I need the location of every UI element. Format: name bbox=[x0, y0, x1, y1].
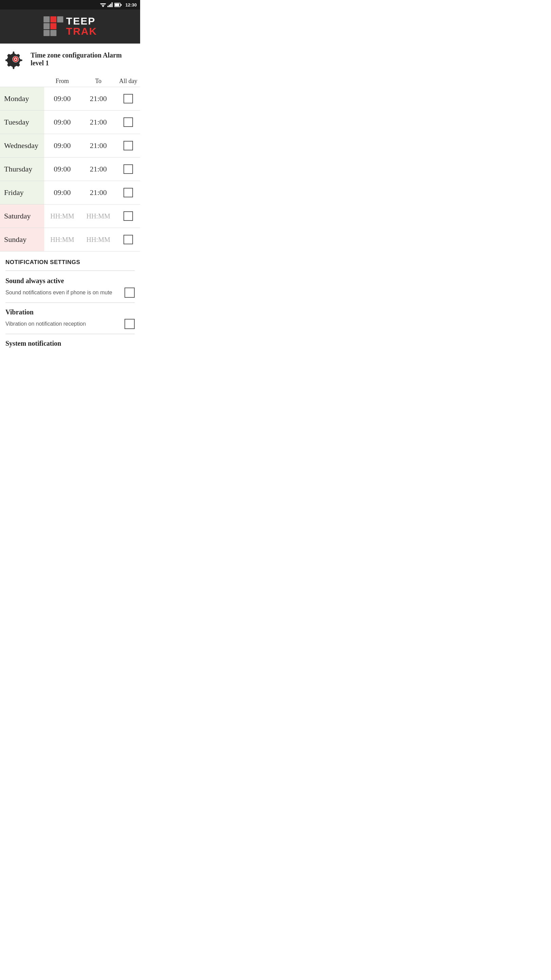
sunday-allday[interactable] bbox=[116, 235, 140, 244]
thursday-to[interactable]: 21:00 bbox=[80, 165, 116, 173]
vibration-desc: Vibration on notification reception bbox=[5, 320, 119, 328]
status-icons bbox=[100, 2, 122, 7]
svg-point-22 bbox=[14, 58, 17, 60]
friday-allday[interactable] bbox=[116, 188, 140, 197]
svg-rect-11 bbox=[50, 16, 56, 22]
monday-allday[interactable] bbox=[116, 94, 140, 103]
monday-checkbox[interactable] bbox=[124, 94, 133, 103]
table-header: From To All day bbox=[0, 75, 140, 87]
day-label-monday: Monday bbox=[0, 87, 44, 110]
sound-always-active-row: Sound notifications even if phone is on … bbox=[5, 288, 135, 302]
logo-trak: TRAK bbox=[66, 26, 97, 37]
settings-gear-icon bbox=[5, 48, 26, 70]
monday-from[interactable]: 09:00 bbox=[44, 94, 80, 103]
sunday-checkbox[interactable] bbox=[124, 235, 133, 244]
title-section: Time zone configuration Alarm level 1 bbox=[0, 43, 140, 75]
svg-rect-12 bbox=[57, 16, 63, 22]
svg-rect-3 bbox=[108, 6, 108, 7]
header-day-spacer bbox=[0, 78, 44, 85]
svg-rect-9 bbox=[114, 3, 119, 6]
tuesday-allday[interactable] bbox=[116, 118, 140, 127]
thursday-from[interactable]: 09:00 bbox=[44, 165, 80, 173]
tuesday-checkbox[interactable] bbox=[124, 118, 133, 127]
saturday-allday[interactable] bbox=[116, 211, 140, 221]
thursday-allday[interactable] bbox=[116, 164, 140, 174]
table-row: Monday 09:00 21:00 bbox=[0, 87, 140, 110]
day-label-saturday: Saturday bbox=[0, 205, 44, 228]
day-label-friday: Friday bbox=[0, 181, 44, 204]
svg-rect-5 bbox=[110, 4, 111, 7]
vibration-title: Vibration bbox=[5, 308, 135, 316]
status-time: 12:30 bbox=[125, 2, 137, 8]
table-row: Tuesday 09:00 21:00 bbox=[0, 110, 140, 134]
sound-always-active-checkbox[interactable] bbox=[124, 288, 135, 298]
friday-to[interactable]: 21:00 bbox=[80, 188, 116, 197]
svg-rect-10 bbox=[43, 16, 50, 22]
logo-teep: TEEP bbox=[66, 16, 97, 26]
vibration-item: Vibration Vibration on notification rece… bbox=[5, 308, 135, 334]
signal-icon bbox=[108, 2, 113, 7]
notification-divider-top bbox=[5, 270, 135, 271]
table-row: Sunday HH:MM HH:MM bbox=[0, 228, 140, 251]
logo-icon bbox=[43, 16, 64, 37]
notification-divider-1 bbox=[5, 302, 135, 303]
header-to: To bbox=[80, 78, 116, 85]
svg-rect-13 bbox=[43, 23, 50, 29]
logo-text: TEEP TRAK bbox=[66, 16, 97, 37]
header-allday: All day bbox=[116, 78, 140, 85]
sunday-from[interactable]: HH:MM bbox=[44, 236, 80, 243]
day-label-wednesday: Wednesday bbox=[0, 134, 44, 157]
saturday-from[interactable]: HH:MM bbox=[44, 212, 80, 220]
vibration-row: Vibration on notification reception bbox=[5, 319, 135, 334]
svg-rect-6 bbox=[111, 2, 113, 7]
notification-settings-section: NOTIFICATION SETTINGS Sound always activ… bbox=[0, 251, 140, 356]
svg-rect-16 bbox=[50, 30, 56, 36]
wednesday-allday[interactable] bbox=[116, 141, 140, 150]
friday-checkbox[interactable] bbox=[124, 188, 133, 197]
day-label-thursday: Thursday bbox=[0, 158, 44, 181]
app-header: TEEP TRAK bbox=[0, 10, 140, 43]
battery-icon bbox=[114, 3, 122, 7]
table-row: Wednesday 09:00 21:00 bbox=[0, 134, 140, 157]
page-title-text: Time zone configuration Alarm level 1 bbox=[30, 51, 135, 67]
status-bar: 12:30 bbox=[0, 0, 140, 10]
day-label-tuesday: Tuesday bbox=[0, 111, 44, 134]
wednesday-from[interactable]: 09:00 bbox=[44, 141, 80, 150]
friday-from[interactable]: 09:00 bbox=[44, 188, 80, 197]
monday-to[interactable]: 21:00 bbox=[80, 94, 116, 103]
sunday-to[interactable]: HH:MM bbox=[80, 236, 116, 243]
wednesday-checkbox[interactable] bbox=[124, 141, 133, 150]
system-notification-title: System notification bbox=[5, 340, 135, 347]
sound-always-active-title: Sound always active bbox=[5, 277, 135, 285]
vibration-checkbox[interactable] bbox=[124, 319, 135, 329]
logo: TEEP TRAK bbox=[43, 16, 97, 37]
tuesday-to[interactable]: 21:00 bbox=[80, 118, 116, 127]
notification-divider-2 bbox=[5, 334, 135, 334]
wifi-icon bbox=[100, 2, 106, 7]
svg-rect-4 bbox=[109, 5, 110, 7]
svg-marker-2 bbox=[102, 5, 105, 8]
notification-settings-title: NOTIFICATION SETTINGS bbox=[5, 259, 135, 266]
sound-always-active-item: Sound always active Sound notifications … bbox=[5, 277, 135, 302]
wednesday-to[interactable]: 21:00 bbox=[80, 141, 116, 150]
svg-rect-15 bbox=[43, 30, 50, 36]
sound-always-active-desc: Sound notifications even if phone is on … bbox=[5, 289, 119, 296]
table-row: Friday 09:00 21:00 bbox=[0, 181, 140, 204]
svg-rect-8 bbox=[121, 4, 121, 6]
header-from: From bbox=[44, 78, 80, 85]
svg-rect-14 bbox=[50, 23, 56, 29]
table-row: Saturday HH:MM HH:MM bbox=[0, 204, 140, 228]
saturday-checkbox[interactable] bbox=[124, 211, 133, 221]
thursday-checkbox[interactable] bbox=[124, 164, 133, 174]
table-row: Thursday 09:00 21:00 bbox=[0, 157, 140, 181]
saturday-to[interactable]: HH:MM bbox=[80, 212, 116, 220]
schedule-table: From To All day Monday 09:00 21:00 Tuesd… bbox=[0, 75, 140, 251]
tuesday-from[interactable]: 09:00 bbox=[44, 118, 80, 127]
day-label-sunday: Sunday bbox=[0, 228, 44, 251]
